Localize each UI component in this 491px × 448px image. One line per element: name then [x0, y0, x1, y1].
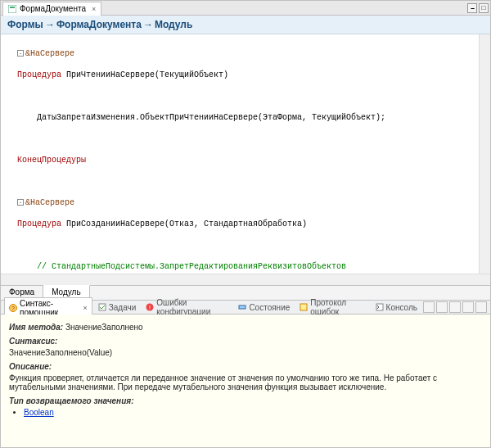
keyword: КонецПроцедуры	[17, 156, 86, 165]
window-buttons: ‒ □	[467, 3, 489, 13]
log-icon	[300, 303, 308, 311]
form-icon	[8, 5, 16, 13]
code-text: ПриЧтенииНаСервере(ТекущийОбъект)	[61, 70, 228, 79]
code-editor[interactable]: -&НаСервере Процедура ПриЧтенииНаСервере…	[1, 34, 490, 274]
breadcrumb-part[interactable]: Модуль	[155, 19, 192, 30]
bottom-panel-tabs: ? Синтакс-помощник × Задачи !Ошибки конф…	[1, 300, 490, 315]
breadcrumb-part[interactable]: Формы	[7, 19, 43, 30]
state-icon	[238, 303, 246, 311]
editor-tab-label: ФормаДокумента	[20, 4, 86, 13]
maximize-button[interactable]: □	[479, 3, 489, 13]
tab-label: Ошибки конфигурации	[156, 298, 228, 316]
chevron-right-icon: →	[143, 19, 153, 30]
close-icon[interactable]: ×	[92, 5, 96, 13]
tab-label: Протокол ошибок	[310, 298, 365, 316]
panel-toolbar	[423, 301, 487, 313]
help-syntax: ЗначениеЗаполнено(Value)	[9, 348, 482, 357]
svg-rect-1	[10, 7, 15, 8]
syntax-helper-panel: Имя метода: ЗначениеЗаполнено Синтаксис:…	[1, 315, 490, 447]
tab-label: Консоль	[386, 303, 417, 312]
fold-icon[interactable]: -	[17, 199, 24, 206]
keyword: Процедура	[17, 70, 61, 79]
panel-maximize-button[interactable]	[475, 301, 487, 313]
editor-tab-form-document[interactable]: ФормаДокумента ×	[2, 2, 101, 16]
breadcrumb-part[interactable]: ФормаДокумента	[56, 19, 142, 30]
tab-console[interactable]: Консоль	[372, 302, 421, 313]
help-description: Функция проверяет, отличается ли передан…	[9, 373, 482, 391]
help-heading: Синтаксис:	[9, 337, 482, 346]
comment: // СтандартныеПодсистемы.ЗапретРедактиро…	[37, 262, 346, 271]
tab-tasks[interactable]: Задачи	[94, 302, 141, 313]
svg-rect-8	[300, 304, 307, 310]
vertical-scrollbar[interactable]	[479, 34, 490, 274]
panel-button[interactable]	[449, 301, 461, 313]
svg-text:?: ?	[11, 305, 15, 311]
fold-icon[interactable]: -	[17, 50, 24, 57]
panel-button[interactable]	[423, 301, 435, 313]
console-icon	[376, 303, 384, 311]
editor-tabbar: ФормаДокумента × ‒ □	[1, 1, 490, 16]
tasks-icon	[98, 303, 106, 311]
svg-rect-9	[376, 304, 383, 310]
svg-rect-7	[239, 305, 246, 309]
code-content: -&НаСервере Процедура ПриЧтенииНаСервере…	[2, 38, 490, 274]
panel-minimize-button[interactable]	[462, 301, 474, 313]
horizontal-scrollbar[interactable]	[1, 274, 490, 285]
tab-label: Состояние	[249, 303, 290, 312]
breadcrumb: Формы→ФормаДокумента→Модуль	[1, 16, 490, 34]
error-icon: !	[146, 303, 154, 311]
panel-button[interactable]	[436, 301, 448, 313]
directive: &НаСервере	[25, 198, 74, 207]
help-method-name: ЗначениеЗаполнено	[65, 323, 143, 332]
svg-rect-0	[8, 5, 16, 13]
app-window: ФормаДокумента × ‒ □ Формы→ФормаДокумент…	[0, 0, 491, 448]
help-heading: Описание:	[9, 362, 482, 371]
chevron-right-icon: →	[45, 19, 55, 30]
directive: &НаСервере	[25, 49, 74, 58]
svg-text:!: !	[149, 305, 151, 310]
help-return-type-link[interactable]: Boolean	[24, 408, 54, 417]
tab-state[interactable]: Состояние	[234, 302, 294, 313]
help-heading: Имя метода:	[9, 323, 63, 332]
help-icon: ?	[9, 304, 17, 312]
code-text: ДатыЗапретаИзменения.ОбъектПриЧтенииНаСе…	[37, 113, 385, 122]
help-heading: Тип возвращаемого значения:	[9, 396, 482, 405]
code-text: ПриСозданииНаСервере(Отказ, СтандартнаяО…	[61, 219, 307, 229]
editor-area: -&НаСервере Процедура ПриЧтенииНаСервере…	[1, 34, 490, 300]
tab-label: Задачи	[109, 303, 137, 312]
close-icon[interactable]: ×	[83, 304, 87, 312]
keyword: Процедура	[17, 219, 61, 229]
minimize-button[interactable]: ‒	[467, 3, 477, 13]
